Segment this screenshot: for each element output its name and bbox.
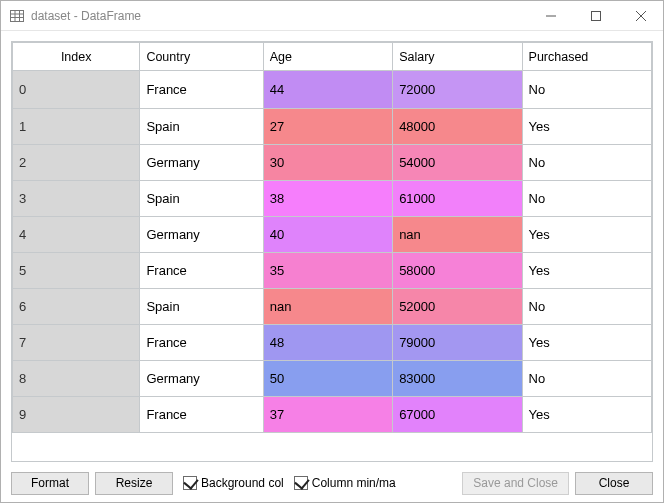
- cell-index[interactable]: 9: [13, 397, 140, 433]
- cell-country[interactable]: Spain: [140, 289, 263, 325]
- cell-country[interactable]: France: [140, 253, 263, 289]
- window: dataset - DataFrame Index Country Age Sa…: [0, 0, 664, 503]
- bgcolor-label: Background col: [201, 476, 284, 490]
- cell-index[interactable]: 4: [13, 217, 140, 253]
- cell-purchased[interactable]: No: [522, 145, 651, 181]
- cell-index[interactable]: 5: [13, 253, 140, 289]
- cell-country[interactable]: Germany: [140, 145, 263, 181]
- minmax-label: Column min/ma: [312, 476, 396, 490]
- cell-index[interactable]: 2: [13, 145, 140, 181]
- check-icon: [183, 476, 197, 490]
- table-row: 7France4879000Yes: [13, 325, 652, 361]
- table-row: 0France4472000No: [13, 71, 652, 109]
- format-button[interactable]: Format: [11, 472, 89, 495]
- close-window-button[interactable]: [618, 1, 663, 31]
- save-and-close-button[interactable]: Save and Close: [462, 472, 569, 495]
- cell-country[interactable]: Spain: [140, 181, 263, 217]
- cell-purchased[interactable]: Yes: [522, 397, 651, 433]
- cell-salary[interactable]: 61000: [393, 181, 522, 217]
- cell-age[interactable]: 38: [263, 181, 392, 217]
- close-button[interactable]: Close: [575, 472, 653, 495]
- check-icon: [294, 476, 308, 490]
- cell-country[interactable]: Spain: [140, 109, 263, 145]
- cell-purchased[interactable]: No: [522, 181, 651, 217]
- table-row: 1Spain2748000Yes: [13, 109, 652, 145]
- cell-index[interactable]: 8: [13, 361, 140, 397]
- cell-salary[interactable]: 48000: [393, 109, 522, 145]
- cell-salary[interactable]: 79000: [393, 325, 522, 361]
- cell-age[interactable]: 27: [263, 109, 392, 145]
- cell-country[interactable]: France: [140, 397, 263, 433]
- cell-age[interactable]: 48: [263, 325, 392, 361]
- cell-country[interactable]: Germany: [140, 217, 263, 253]
- resize-button[interactable]: Resize: [95, 472, 173, 495]
- cell-index[interactable]: 1: [13, 109, 140, 145]
- cell-age[interactable]: 35: [263, 253, 392, 289]
- cell-country[interactable]: France: [140, 71, 263, 109]
- table-row: 8Germany5083000No: [13, 361, 652, 397]
- cell-purchased[interactable]: Yes: [522, 253, 651, 289]
- header-index[interactable]: Index: [13, 43, 140, 71]
- cell-country[interactable]: France: [140, 325, 263, 361]
- cell-salary[interactable]: 52000: [393, 289, 522, 325]
- cell-purchased[interactable]: No: [522, 361, 651, 397]
- cell-index[interactable]: 0: [13, 71, 140, 109]
- table-row: 9France3767000Yes: [13, 397, 652, 433]
- cell-salary[interactable]: nan: [393, 217, 522, 253]
- cell-age[interactable]: 44: [263, 71, 392, 109]
- cell-salary[interactable]: 54000: [393, 145, 522, 181]
- dataframe-grid[interactable]: Index Country Age Salary Purchased 0Fran…: [11, 41, 653, 462]
- dataframe-table: Index Country Age Salary Purchased 0Fran…: [12, 42, 652, 433]
- svg-rect-0: [11, 10, 24, 21]
- cell-purchased[interactable]: Yes: [522, 325, 651, 361]
- cell-purchased[interactable]: Yes: [522, 217, 651, 253]
- content-area: Index Country Age Salary Purchased 0Fran…: [1, 31, 663, 502]
- cell-purchased[interactable]: No: [522, 289, 651, 325]
- table-row: 3Spain3861000No: [13, 181, 652, 217]
- cell-salary[interactable]: 72000: [393, 71, 522, 109]
- maximize-button[interactable]: [573, 1, 618, 31]
- cell-age[interactable]: 40: [263, 217, 392, 253]
- cell-purchased[interactable]: No: [522, 71, 651, 109]
- header-salary[interactable]: Salary: [393, 43, 522, 71]
- cell-purchased[interactable]: Yes: [522, 109, 651, 145]
- table-row: 4Germany40nanYes: [13, 217, 652, 253]
- cell-age[interactable]: 30: [263, 145, 392, 181]
- cell-salary[interactable]: 83000: [393, 361, 522, 397]
- header-purchased[interactable]: Purchased: [522, 43, 651, 71]
- cell-index[interactable]: 7: [13, 325, 140, 361]
- window-title: dataset - DataFrame: [31, 9, 141, 23]
- header-age[interactable]: Age: [263, 43, 392, 71]
- table-row: 2Germany3054000No: [13, 145, 652, 181]
- toolbar: Format Resize Background col Column min/…: [11, 462, 653, 496]
- table-row: 6Spainnan52000No: [13, 289, 652, 325]
- table-icon: [9, 8, 25, 24]
- cell-index[interactable]: 6: [13, 289, 140, 325]
- cell-salary[interactable]: 67000: [393, 397, 522, 433]
- titlebar: dataset - DataFrame: [1, 1, 663, 31]
- cell-salary[interactable]: 58000: [393, 253, 522, 289]
- background-color-checkbox[interactable]: Background col: [183, 476, 284, 490]
- header-row: Index Country Age Salary Purchased: [13, 43, 652, 71]
- cell-country[interactable]: Germany: [140, 361, 263, 397]
- cell-age[interactable]: nan: [263, 289, 392, 325]
- header-country[interactable]: Country: [140, 43, 263, 71]
- cell-age[interactable]: 50: [263, 361, 392, 397]
- cell-index[interactable]: 3: [13, 181, 140, 217]
- column-minmax-checkbox[interactable]: Column min/ma: [294, 476, 396, 490]
- minimize-button[interactable]: [528, 1, 573, 31]
- table-row: 5France3558000Yes: [13, 253, 652, 289]
- cell-age[interactable]: 37: [263, 397, 392, 433]
- svg-rect-6: [591, 11, 600, 20]
